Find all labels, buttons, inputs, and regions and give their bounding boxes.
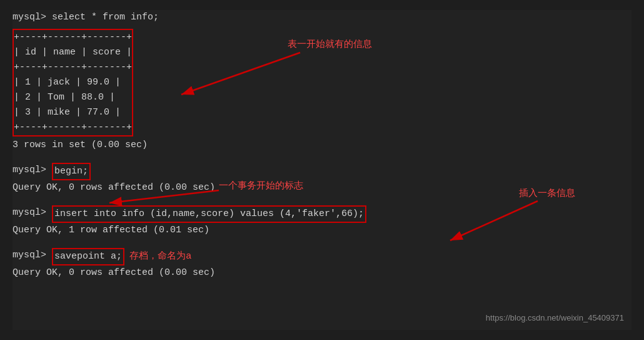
svg-line-3	[109, 190, 219, 203]
table-annotation-arrow	[13, 10, 644, 340]
terminal: mysql> select * from info; +----+------+…	[13, 10, 631, 330]
insert-annotation-label: 插入一条信息	[519, 185, 575, 200]
svg-line-1	[181, 53, 300, 95]
svg-line-5	[450, 201, 538, 240]
begin-annotation-label: 一个事务开始的标志	[219, 178, 303, 193]
watermark: https://blog.csdn.net/weixin_45409371	[486, 312, 624, 325]
